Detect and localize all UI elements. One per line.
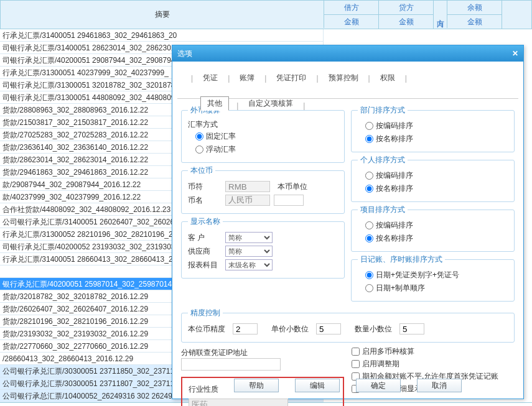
radio-dept-bycode[interactable] xyxy=(365,122,373,130)
display-name-group: 显示名称 客 户简称 供应商简称 报表科目末级名称 xyxy=(181,216,345,279)
edit-button[interactable]: 编辑 xyxy=(295,379,340,392)
check-multi-currency[interactable] xyxy=(352,348,360,356)
col-summary[interactable]: 摘要 xyxy=(1,1,324,28)
options-dialog: 选项 ✕ |凭证 |账簿 |凭证打印 |预算控制 |权限 | | 其他 |自定义… xyxy=(172,45,524,399)
ip-input[interactable] xyxy=(181,358,281,371)
help-button[interactable]: 帮助 xyxy=(234,379,279,392)
ip-label: 分销联查凭证IP地址 xyxy=(181,348,344,358)
col-balance[interactable]: 余额 xyxy=(447,1,502,15)
base-precision-input[interactable] xyxy=(233,323,258,334)
ok-button[interactable]: 确定 xyxy=(356,379,401,392)
close-icon[interactable]: ✕ xyxy=(512,45,518,62)
tab-permission[interactable]: 权限 xyxy=(378,72,398,85)
col-amount1[interactable]: 金额 xyxy=(324,15,379,29)
currency-unit-input[interactable] xyxy=(274,195,304,206)
currency-symbol-input xyxy=(225,181,270,192)
industry-input xyxy=(189,399,288,406)
grid-header: 摘要 借方 金额 贷方 金额 方向 余额 金额 xyxy=(0,0,532,29)
supplier-select[interactable]: 简称 xyxy=(225,246,273,257)
radio-dept-byname[interactable] xyxy=(365,135,373,143)
tab-bar: |凭证 |账簿 |凭证打印 |预算控制 |权限 | | 其他 |自定义项核算 | xyxy=(177,67,518,99)
base-currency-group: 本位币 币符 本币单位 币名 xyxy=(181,165,345,214)
dialog-title-text: 选项 xyxy=(177,45,192,62)
col-direction[interactable]: 方向 xyxy=(434,1,447,28)
qty-precision-input[interactable] xyxy=(399,323,424,334)
fx-group: 外币核算 汇率方式 固定汇率 浮动汇率 xyxy=(181,105,345,163)
display-legend: 显示名称 xyxy=(188,216,223,227)
table-row[interactable]: 行承兑汇票/31400051 29461863_302_29461863_20 xyxy=(0,29,324,42)
tab-other[interactable]: 其他 xyxy=(200,96,229,111)
radio-person-bycode[interactable] xyxy=(365,172,373,180)
radio-floating-rate[interactable] xyxy=(195,145,203,154)
radio-project-bycode[interactable] xyxy=(365,221,373,229)
rate-label: 汇率方式 xyxy=(188,119,338,130)
person-sort-group: 个人排序方式 按编码排序 按名称排序 xyxy=(351,155,515,202)
radio-journal-bytype[interactable] xyxy=(365,271,373,279)
radio-project-byname[interactable] xyxy=(365,234,373,242)
project-sort-group: 项目排序方式 按编码排序 按名称排序 xyxy=(351,205,515,252)
currency-name-input xyxy=(225,195,270,206)
unitprice-precision-input[interactable] xyxy=(316,323,341,334)
report-select[interactable]: 末级名称 xyxy=(225,259,273,270)
col-debit[interactable]: 借方 xyxy=(324,1,379,15)
tab-budget[interactable]: 预算控制 xyxy=(326,72,361,85)
tab-print[interactable]: 凭证打印 xyxy=(274,72,309,85)
base-legend: 本位币 xyxy=(188,165,215,176)
radio-fixed-rate[interactable] xyxy=(195,132,203,141)
customer-select[interactable]: 简称 xyxy=(225,232,273,243)
col-amount3[interactable]: 金额 xyxy=(447,15,502,29)
tab-ledger[interactable]: 账簿 xyxy=(237,72,257,85)
precision-group: 精度控制 本位币精度 单价小数位 数量小数位 xyxy=(181,308,515,343)
radio-journal-byorder[interactable] xyxy=(365,284,373,292)
tab-voucher[interactable]: 凭证 xyxy=(200,72,220,85)
journal-sort-group: 日记账、序时账排序方式 日期+凭证类别字+凭证号 日期+制单顺序 xyxy=(351,254,515,302)
col-credit[interactable]: 贷方 xyxy=(379,1,434,15)
radio-person-byname[interactable] xyxy=(365,185,373,193)
dialog-titlebar[interactable]: 选项 ✕ xyxy=(172,45,523,62)
check-adjust-period[interactable] xyxy=(352,360,360,368)
dialog-buttons: 帮助 编辑 确定 取消 xyxy=(172,379,523,392)
cancel-button[interactable]: 取消 xyxy=(417,379,462,392)
col-amount2[interactable]: 金额 xyxy=(379,15,434,29)
dept-sort-group: 部门排序方式 按编码排序 按名称排序 xyxy=(351,105,515,152)
